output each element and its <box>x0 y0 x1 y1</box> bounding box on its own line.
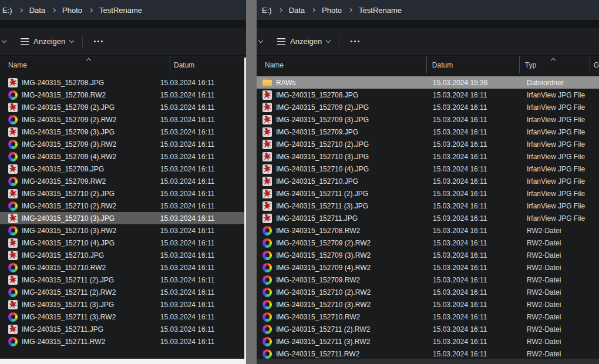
file-date: 15.03.2024 16:11 <box>160 325 245 333</box>
file-row[interactable]: IMG-240315_152708.RW2 15.03.2024 16:11 <box>0 89 245 101</box>
breadcrumb-photo[interactable]: Photo <box>61 5 83 16</box>
file-row[interactable]: IMG-240315_152709.RW2 15.03.2024 16:11 R… <box>257 274 599 286</box>
view-button[interactable]: Anzeigen <box>21 37 73 46</box>
file-row[interactable]: IMG-240315_152710 (3).RW2 15.03.2024 16:… <box>257 298 599 311</box>
file-row[interactable]: RAWs 15.03.2024 15:36 Dateiordner <box>257 76 599 89</box>
file-row[interactable]: IMG-240315_152710.RW2 15.03.2024 16:11 R… <box>257 311 599 323</box>
file-row[interactable]: IMG-240315_152711 (2).RW2 15.03.2024 16:… <box>257 323 599 335</box>
column-header-name[interactable]: Name <box>257 56 427 73</box>
file-row[interactable]: IMG-240315_152711 (3).JPG 15.03.2024 16:… <box>0 298 245 311</box>
breadcrumb-drive[interactable]: E:) <box>261 5 273 16</box>
file-row[interactable]: IMG-240315_152711 (2).JPG 15.03.2024 16:… <box>0 274 245 286</box>
file-row[interactable]: IMG-240315_152709 (3).JPG 15.03.2024 16:… <box>257 113 599 126</box>
file-date: 15.03.2024 16:11 <box>160 116 245 124</box>
file-row[interactable]: IMG-240315_152710.RW2 15.03.2024 16:11 <box>0 261 245 274</box>
file-row[interactable]: IMG-240315_152711.RW2 15.03.2024 16:11 R… <box>257 348 599 360</box>
file-row[interactable]: IMG-240315_152711.JPG 15.03.2024 16:11 I… <box>257 212 599 224</box>
file-row[interactable]: IMG-240315_152709 (3).RW2 15.03.2024 16:… <box>257 249 599 261</box>
file-row[interactable]: IMG-240315_152710 (3).JPG 15.03.2024 16:… <box>257 150 599 163</box>
column-header-size-cut[interactable]: G <box>590 56 599 73</box>
file-date: 15.03.2024 16:11 <box>433 350 527 358</box>
column-header-date[interactable]: Datum <box>427 56 520 73</box>
file-row[interactable]: IMG-240315_152711 (2).JPG 15.03.2024 16:… <box>257 187 599 200</box>
file-name: IMG-240315_152710 (2).RW2 <box>276 288 433 296</box>
file-row[interactable]: IMG-240315_152709 (2).JPG 15.03.2024 16:… <box>0 101 245 113</box>
view-button[interactable]: Anzeigen <box>277 37 330 46</box>
rw2-file-icon <box>263 226 272 235</box>
file-row[interactable]: IMG-240315_152709 (2).RW2 15.03.2024 16:… <box>257 237 599 249</box>
file-row[interactable]: IMG-240315_152711 (3).RW2 15.03.2024 16:… <box>0 311 245 323</box>
file-row[interactable]: IMG-240315_152710 (4).JPG 15.03.2024 16:… <box>257 163 599 175</box>
left-window-bottom-edge <box>0 359 245 364</box>
file-row[interactable]: IMG-240315_152710.JPG 15.03.2024 16:11 I… <box>257 175 599 187</box>
file-name: IMG-240315_152710 (3).JPG <box>22 214 160 223</box>
file-row[interactable]: IMG-240315_152710 (2).JPG 15.03.2024 16:… <box>257 138 599 150</box>
file-date: 15.03.2024 16:11 <box>160 239 245 247</box>
column-header-name[interactable]: Name <box>0 56 170 73</box>
file-row[interactable]: IMG-240315_152709 (4).RW2 15.03.2024 16:… <box>257 261 599 274</box>
file-row[interactable]: IMG-240315_152708.JPG 15.03.2024 16:11 <box>0 76 245 89</box>
file-row[interactable]: IMG-240315_152710 (2).RW2 15.03.2024 16:… <box>257 286 599 298</box>
more-options-button[interactable] <box>348 38 362 45</box>
file-row[interactable]: IMG-240315_152709 (3).JPG 15.03.2024 16:… <box>0 126 245 138</box>
chevron-down-icon[interactable] <box>2 38 6 43</box>
file-row[interactable]: IMG-240315_152711 (3).JPG 15.03.2024 16:… <box>257 200 599 212</box>
file-row[interactable]: IMG-240315_152710.JPG 15.03.2024 16:11 <box>0 249 245 261</box>
file-row[interactable]: IMG-240315_152708.RW2 15.03.2024 16:11 R… <box>257 224 599 237</box>
jpg-file-icon <box>263 115 272 124</box>
chevron-down-icon[interactable] <box>258 38 263 43</box>
file-row[interactable]: IMG-240315_152709 (2).RW2 15.03.2024 16:… <box>0 113 245 126</box>
file-row[interactable]: IMG-240315_152710 (3).JPG 15.03.2024 16:… <box>0 212 245 224</box>
file-date: 15.03.2024 16:11 <box>160 153 245 161</box>
column-header-type[interactable]: Typ <box>520 56 590 73</box>
file-name: IMG-240315_152711 (3).RW2 <box>276 338 433 346</box>
more-options-button[interactable] <box>92 38 105 45</box>
file-row[interactable]: IMG-240315_152709.RW2 15.03.2024 16:11 <box>0 175 245 187</box>
breadcrumb-testrename[interactable]: TestRename <box>358 5 403 16</box>
file-row[interactable]: IMG-240315_152708.JPG 15.03.2024 16:11 I… <box>257 89 599 101</box>
file-row[interactable]: IMG-240315_152709 (3).RW2 15.03.2024 16:… <box>0 138 245 150</box>
file-row[interactable]: IMG-240315_152710 (3).RW2 15.03.2024 16:… <box>0 224 245 237</box>
address-bar[interactable]: E:) Data Photo TestRename <box>257 0 599 20</box>
file-row[interactable]: IMG-240315_152710 (4).JPG 15.03.2024 16:… <box>0 237 245 249</box>
file-row[interactable]: IMG-240315_152711.RW2 15.03.2024 16:11 <box>0 335 245 348</box>
file-type: RW2-Datei <box>527 239 599 247</box>
file-type: RW2-Datei <box>527 325 599 333</box>
breadcrumb-data[interactable]: Data <box>28 5 46 16</box>
address-bar[interactable]: E:) Data Photo TestRename <box>0 0 245 20</box>
jpg-file-icon <box>263 201 272 211</box>
file-list: IMG-240315_152708.JPG 15.03.2024 16:11 I… <box>0 73 245 348</box>
file-row[interactable]: IMG-240315_152709 (2).JPG 15.03.2024 16:… <box>257 101 599 113</box>
file-row[interactable]: IMG-240315_152709.JPG 15.03.2024 16:11 I… <box>257 126 599 138</box>
file-row[interactable]: IMG-240315_152709.JPG 15.03.2024 16:11 <box>0 163 245 175</box>
explorer-window-left: E:) Data Photo TestRename Anzeigen Name … <box>0 0 245 364</box>
file-type: IrfanView JPG File <box>527 128 599 136</box>
jpg-file-icon <box>8 103 18 112</box>
breadcrumb-data[interactable]: Data <box>288 5 306 16</box>
rw2-file-icon <box>263 275 272 285</box>
file-row[interactable]: IMG-240315_152711.JPG 15.03.2024 16:11 <box>0 323 245 335</box>
horizontal-scrollbar[interactable] <box>257 359 599 364</box>
file-row[interactable]: IMG-240315_152710 (2).JPG 15.03.2024 16:… <box>0 187 245 200</box>
jpg-file-icon <box>263 177 272 186</box>
file-date: 15.03.2024 16:11 <box>433 214 527 223</box>
command-bar: Anzeigen <box>0 28 245 56</box>
file-row[interactable]: IMG-240315_152711 (2).RW2 15.03.2024 16:… <box>0 286 245 298</box>
file-row[interactable]: IMG-240315_152710 (2).RW2 15.03.2024 16:… <box>0 200 245 212</box>
file-row[interactable]: IMG-240315_152709 (4).RW2 15.03.2024 16:… <box>0 150 245 163</box>
file-date: 15.03.2024 16:11 <box>433 338 527 346</box>
chevron-right-icon <box>19 8 23 12</box>
file-date: 15.03.2024 16:11 <box>433 264 527 272</box>
breadcrumb-drive[interactable]: E:) <box>1 5 14 16</box>
file-date: 15.03.2024 16:11 <box>160 128 245 136</box>
file-date: 15.03.2024 16:11 <box>433 140 527 149</box>
file-name: IMG-240315_152709 (2).JPG <box>276 103 433 112</box>
breadcrumb-testrename[interactable]: TestRename <box>98 5 143 16</box>
file-row[interactable]: IMG-240315_152711 (3).RW2 15.03.2024 16:… <box>257 335 599 348</box>
file-type: IrfanView JPG File <box>527 153 599 161</box>
jpg-file-icon <box>263 152 272 161</box>
rw2-file-icon <box>263 312 272 322</box>
breadcrumb-photo[interactable]: Photo <box>321 5 343 16</box>
rw2-file-icon <box>263 288 272 297</box>
column-header-date[interactable]: Datum <box>170 56 245 73</box>
